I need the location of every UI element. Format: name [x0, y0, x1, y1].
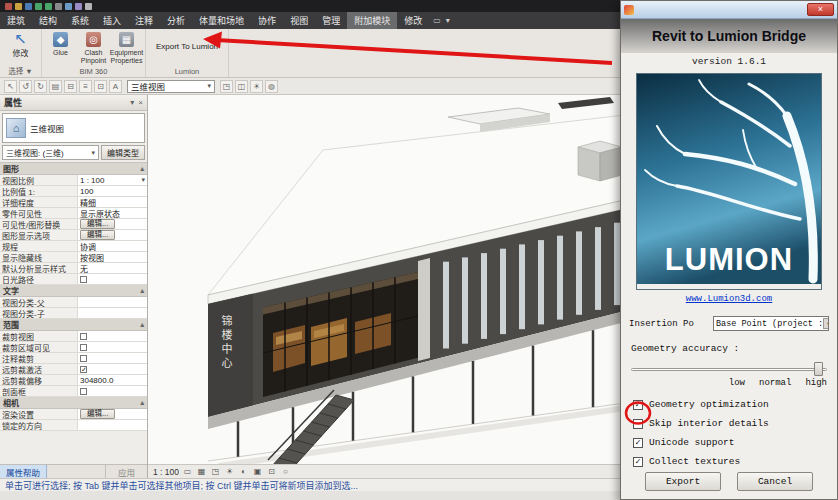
property-value[interactable]: 显示原状态	[78, 208, 147, 218]
property-row[interactable]: 锁定的方向	[0, 420, 147, 431]
view-instance-combo[interactable]: 三维视图: (三维) ▾	[2, 145, 99, 160]
slider-handle[interactable]	[814, 362, 823, 376]
option-row[interactable]: Collect textures	[621, 452, 837, 471]
edit-button[interactable]: 编辑...	[80, 230, 115, 240]
type-selector[interactable]: ⌂ 三维视图	[2, 113, 145, 143]
crop-region-icon[interactable]: ⊡	[266, 466, 277, 477]
section-graphics[interactable]: 图形 ▴	[0, 163, 147, 175]
property-row[interactable]: 视图分类-子	[0, 308, 147, 319]
property-value[interactable]: 304800.0	[78, 375, 147, 385]
detail-level-icon[interactable]: ▦	[196, 466, 207, 477]
properties-help-tab[interactable]: 属性帮助	[0, 465, 47, 478]
property-value[interactable]	[78, 420, 147, 430]
property-row[interactable]: 裁剪区域可见	[0, 342, 147, 353]
property-row[interactable]: 规程协调	[0, 241, 147, 252]
geometry-optimization-checkbox[interactable]	[633, 400, 643, 410]
tab-analyze[interactable]: 分析	[160, 12, 192, 29]
apply-button[interactable]: 应用	[105, 465, 147, 478]
property-row[interactable]: 默认分析显示样式无	[0, 263, 147, 274]
tab-collaborate[interactable]: 协作	[251, 12, 283, 29]
option-row[interactable]: Skip interior details	[621, 414, 837, 433]
section-text[interactable]: 文字 ▴	[0, 285, 147, 297]
sun-settings-icon[interactable]: ☀	[250, 80, 263, 93]
thin-lines-icon[interactable]: ▤	[49, 80, 62, 93]
property-value[interactable]: 100	[78, 186, 147, 196]
property-value[interactable]: 1 : 100▾	[78, 175, 147, 185]
open-icon[interactable]	[15, 3, 22, 10]
save-icon[interactable]	[25, 3, 32, 10]
reveal-hidden-icon[interactable]: ○	[280, 466, 291, 477]
property-value[interactable]: 按视图	[78, 252, 147, 262]
select-panel-label[interactable]: 选择 ▼	[0, 65, 41, 76]
checkbox[interactable]	[80, 366, 87, 373]
tab-massing-site[interactable]: 体量和场地	[192, 12, 251, 29]
3d-view-icon[interactable]	[85, 3, 92, 10]
property-value[interactable]	[78, 308, 147, 318]
export-to-lumion-button[interactable]: Export To Lumion	[148, 31, 226, 61]
tab-architecture[interactable]: 建筑	[0, 12, 32, 29]
property-row[interactable]: 视图比例1 : 100▾	[0, 175, 147, 186]
section-extents[interactable]: 范围 ▴	[0, 319, 147, 331]
checkbox[interactable]	[80, 344, 87, 351]
close-button[interactable]: ×	[807, 3, 834, 16]
revit-app-icon[interactable]	[5, 3, 12, 10]
unicode-support-checkbox[interactable]	[633, 438, 643, 448]
default-3d-view-icon[interactable]: ◳	[220, 80, 233, 93]
undo-icon[interactable]	[35, 3, 42, 10]
property-row[interactable]: 可见性/图形替换编辑...	[0, 219, 147, 230]
section-icon[interactable]: ◫	[235, 80, 248, 93]
tab-modify[interactable]: 修改	[397, 12, 429, 29]
edit-type-button[interactable]: 编辑类型	[101, 145, 145, 160]
property-row[interactable]: 比例值 1:100	[0, 186, 147, 197]
measure-icon[interactable]	[65, 3, 72, 10]
clash-pinpoint-button[interactable]: ◎ Clash Pinpoint	[78, 31, 109, 64]
property-row[interactable]: 远剪裁激活	[0, 364, 147, 375]
edit-button[interactable]: 编辑...	[80, 219, 115, 229]
cancel-button[interactable]: Cancel	[737, 472, 813, 491]
equipment-properties-button[interactable]: ▦ Equipment Properties	[111, 31, 142, 64]
align-icon[interactable]: ≡	[79, 80, 92, 93]
visual-style-icon[interactable]: ◳	[210, 466, 221, 477]
redo-icon[interactable]: ↻	[34, 80, 47, 93]
dialog-titlebar[interactable]: ×	[621, 1, 837, 19]
edit-button[interactable]: 编辑...	[80, 409, 115, 419]
tag-icon[interactable]: ⊡	[94, 80, 107, 93]
render-icon[interactable]: ◍	[265, 80, 278, 93]
ribbon-options-icon[interactable]: ▾	[446, 16, 450, 25]
skip-interior-details-checkbox[interactable]	[633, 419, 643, 429]
view-scale[interactable]: 1 : 100	[153, 467, 179, 477]
property-row[interactable]: 裁剪视图	[0, 331, 147, 342]
crop-view-icon[interactable]: ▣	[252, 466, 263, 477]
modify-cursor-icon[interactable]: ↖	[4, 80, 17, 93]
lumion-website-link[interactable]: www.Lumion3d.com	[621, 294, 837, 304]
glue-button[interactable]: ◆ Glue	[45, 31, 76, 57]
property-value[interactable]	[78, 297, 147, 307]
property-value[interactable]: 协调	[78, 241, 147, 251]
redo-icon[interactable]	[45, 3, 52, 10]
collect-textures-checkbox[interactable]	[633, 457, 643, 467]
geometry-accuracy-slider[interactable]	[631, 362, 827, 376]
panel-toggle-icon[interactable]: ▭	[433, 16, 441, 25]
modify-button[interactable]: ↖ 修改	[13, 31, 29, 58]
view-cube[interactable]	[578, 141, 622, 181]
tab-addins[interactable]: 附加模块	[347, 12, 397, 29]
property-row[interactable]: 远剪裁偏移304800.0	[0, 375, 147, 386]
view-selector-combo[interactable]: 三维视图 ▾	[127, 80, 215, 93]
tab-insert[interactable]: 插入	[96, 12, 128, 29]
print-icon[interactable]	[55, 3, 62, 10]
sun-path-icon[interactable]: ☀	[224, 466, 235, 477]
property-row[interactable]: 注释裁剪	[0, 353, 147, 364]
checkbox[interactable]	[80, 333, 87, 340]
tab-systems[interactable]: 系统	[64, 12, 96, 29]
checkbox[interactable]	[80, 388, 87, 395]
properties-panel-header[interactable]: 属性 ▾ ×	[0, 95, 147, 111]
property-row[interactable]: 详细程度精细	[0, 197, 147, 208]
property-value[interactable]: 精细	[78, 197, 147, 207]
property-row[interactable]: 视图分类-父	[0, 297, 147, 308]
text-icon[interactable]: A	[109, 80, 122, 93]
property-row[interactable]: 剖面框	[0, 386, 147, 397]
tab-view[interactable]: 视图	[283, 12, 315, 29]
option-row[interactable]: Geometry optimization	[621, 395, 837, 414]
tab-structure[interactable]: 结构	[32, 12, 64, 29]
property-row[interactable]: 图形显示选项编辑...	[0, 230, 147, 241]
